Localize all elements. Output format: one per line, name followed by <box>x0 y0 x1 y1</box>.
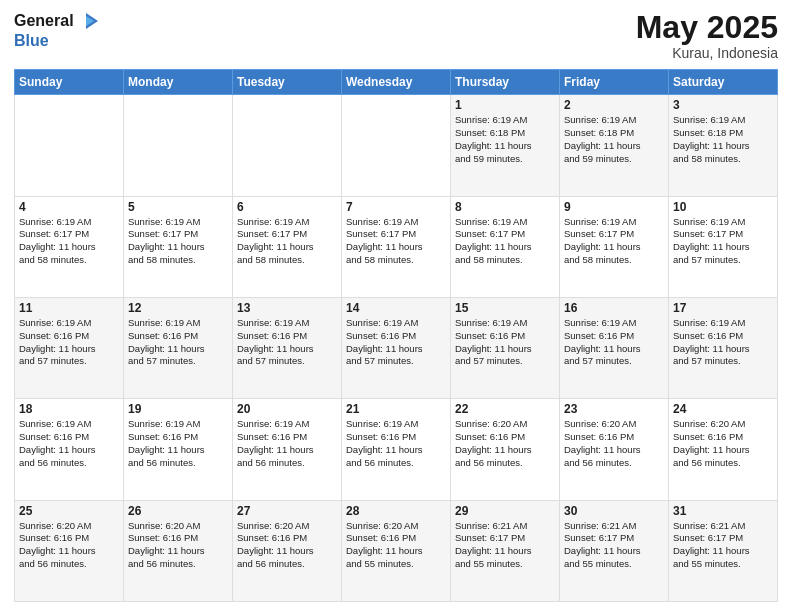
day-info-line: Daylight: 11 hours <box>564 241 664 254</box>
day-number: 11 <box>19 301 119 315</box>
day-info-line: Sunset: 6:17 PM <box>564 532 664 545</box>
day-cell <box>124 95 233 196</box>
day-info-line: Sunset: 6:16 PM <box>19 431 119 444</box>
day-info-line: and 57 minutes. <box>346 355 446 368</box>
day-info-line: Sunrise: 6:20 AM <box>564 418 664 431</box>
day-number: 29 <box>455 504 555 518</box>
day-info-line: Daylight: 11 hours <box>19 545 119 558</box>
day-info-line: Daylight: 11 hours <box>455 343 555 356</box>
day-cell: 23Sunrise: 6:20 AMSunset: 6:16 PMDayligh… <box>560 399 669 500</box>
day-info-line: Sunrise: 6:19 AM <box>455 114 555 127</box>
day-info-line: Sunset: 6:16 PM <box>455 431 555 444</box>
day-number: 10 <box>673 200 773 214</box>
day-cell: 5Sunrise: 6:19 AMSunset: 6:17 PMDaylight… <box>124 196 233 297</box>
day-info-line: and 59 minutes. <box>564 153 664 166</box>
day-info-line: Sunrise: 6:19 AM <box>346 216 446 229</box>
day-info-line: Sunset: 6:17 PM <box>673 228 773 241</box>
day-info-line: and 58 minutes. <box>673 153 773 166</box>
day-cell: 13Sunrise: 6:19 AMSunset: 6:16 PMDayligh… <box>233 297 342 398</box>
day-number: 5 <box>128 200 228 214</box>
header-friday: Friday <box>560 70 669 95</box>
day-info-line: Sunset: 6:16 PM <box>346 532 446 545</box>
day-info-line: Sunset: 6:17 PM <box>128 228 228 241</box>
day-info-line: Sunrise: 6:19 AM <box>673 317 773 330</box>
day-info-line: Sunset: 6:18 PM <box>673 127 773 140</box>
day-cell: 20Sunrise: 6:19 AMSunset: 6:16 PMDayligh… <box>233 399 342 500</box>
day-info-line: Sunrise: 6:19 AM <box>673 216 773 229</box>
day-number: 17 <box>673 301 773 315</box>
day-info-line: Sunset: 6:17 PM <box>455 532 555 545</box>
day-info-line: Daylight: 11 hours <box>564 343 664 356</box>
day-cell: 8Sunrise: 6:19 AMSunset: 6:17 PMDaylight… <box>451 196 560 297</box>
day-cell: 10Sunrise: 6:19 AMSunset: 6:17 PMDayligh… <box>669 196 778 297</box>
day-cell: 4Sunrise: 6:19 AMSunset: 6:17 PMDaylight… <box>15 196 124 297</box>
day-info-line: Sunset: 6:16 PM <box>673 431 773 444</box>
day-info-line: Sunrise: 6:19 AM <box>673 114 773 127</box>
calendar-page: General Blue May 2025 Kurau, Indonesia S… <box>0 0 792 612</box>
logo-blue: Blue <box>14 32 98 50</box>
day-info-line: Daylight: 11 hours <box>564 444 664 457</box>
day-info-line: Daylight: 11 hours <box>346 343 446 356</box>
day-info-line: Daylight: 11 hours <box>673 444 773 457</box>
day-number: 3 <box>673 98 773 112</box>
day-info-line: Daylight: 11 hours <box>346 444 446 457</box>
day-info-line: Daylight: 11 hours <box>673 545 773 558</box>
location: Kurau, Indonesia <box>636 45 778 61</box>
day-info-line: Sunrise: 6:19 AM <box>19 418 119 431</box>
day-info-line: Sunset: 6:17 PM <box>455 228 555 241</box>
day-info-line: Daylight: 11 hours <box>237 545 337 558</box>
day-number: 4 <box>19 200 119 214</box>
day-info-line: Daylight: 11 hours <box>673 343 773 356</box>
day-info-line: Sunrise: 6:19 AM <box>455 317 555 330</box>
day-info-line: and 56 minutes. <box>564 457 664 470</box>
day-cell: 16Sunrise: 6:19 AMSunset: 6:16 PMDayligh… <box>560 297 669 398</box>
day-info-line: and 55 minutes. <box>564 558 664 571</box>
day-info-line: Sunset: 6:16 PM <box>19 330 119 343</box>
day-info-line: Sunset: 6:17 PM <box>564 228 664 241</box>
day-number: 6 <box>237 200 337 214</box>
day-info-line: Sunrise: 6:20 AM <box>19 520 119 533</box>
day-info-line: Sunrise: 6:19 AM <box>346 418 446 431</box>
day-info-line: Daylight: 11 hours <box>237 444 337 457</box>
day-info-line: and 58 minutes. <box>128 254 228 267</box>
day-info-line: and 58 minutes. <box>455 254 555 267</box>
day-info-line: Daylight: 11 hours <box>346 241 446 254</box>
day-info-line: and 55 minutes. <box>346 558 446 571</box>
day-number: 15 <box>455 301 555 315</box>
day-info-line: Sunrise: 6:20 AM <box>237 520 337 533</box>
week-row-2: 4Sunrise: 6:19 AMSunset: 6:17 PMDaylight… <box>15 196 778 297</box>
day-info-line: Daylight: 11 hours <box>673 140 773 153</box>
day-info-line: Sunset: 6:16 PM <box>455 330 555 343</box>
day-cell: 15Sunrise: 6:19 AMSunset: 6:16 PMDayligh… <box>451 297 560 398</box>
day-info-line: Daylight: 11 hours <box>455 545 555 558</box>
day-number: 7 <box>346 200 446 214</box>
day-info-line: Sunset: 6:18 PM <box>564 127 664 140</box>
day-info-line: and 59 minutes. <box>455 153 555 166</box>
day-info-line: and 56 minutes. <box>128 457 228 470</box>
day-info-line: Sunrise: 6:20 AM <box>346 520 446 533</box>
day-info-line: Daylight: 11 hours <box>564 545 664 558</box>
day-number: 14 <box>346 301 446 315</box>
day-info-line: Daylight: 11 hours <box>346 545 446 558</box>
header: General Blue May 2025 Kurau, Indonesia <box>14 10 778 61</box>
day-cell: 6Sunrise: 6:19 AMSunset: 6:17 PMDaylight… <box>233 196 342 297</box>
day-info-line: and 57 minutes. <box>673 254 773 267</box>
day-cell: 21Sunrise: 6:19 AMSunset: 6:16 PMDayligh… <box>342 399 451 500</box>
day-info-line: Daylight: 11 hours <box>128 545 228 558</box>
day-info-line: Daylight: 11 hours <box>564 140 664 153</box>
day-cell: 17Sunrise: 6:19 AMSunset: 6:16 PMDayligh… <box>669 297 778 398</box>
day-info-line: Sunrise: 6:19 AM <box>128 216 228 229</box>
day-info-line: Sunset: 6:16 PM <box>564 431 664 444</box>
day-number: 19 <box>128 402 228 416</box>
day-cell: 1Sunrise: 6:19 AMSunset: 6:18 PMDaylight… <box>451 95 560 196</box>
day-info-line: Daylight: 11 hours <box>128 343 228 356</box>
day-cell: 18Sunrise: 6:19 AMSunset: 6:16 PMDayligh… <box>15 399 124 500</box>
day-info-line: and 57 minutes. <box>564 355 664 368</box>
day-number: 8 <box>455 200 555 214</box>
day-info-line: and 58 minutes. <box>346 254 446 267</box>
day-info-line: Daylight: 11 hours <box>455 444 555 457</box>
day-info-line: Sunset: 6:16 PM <box>237 532 337 545</box>
day-info-line: Sunrise: 6:21 AM <box>455 520 555 533</box>
day-number: 30 <box>564 504 664 518</box>
day-cell: 22Sunrise: 6:20 AMSunset: 6:16 PMDayligh… <box>451 399 560 500</box>
